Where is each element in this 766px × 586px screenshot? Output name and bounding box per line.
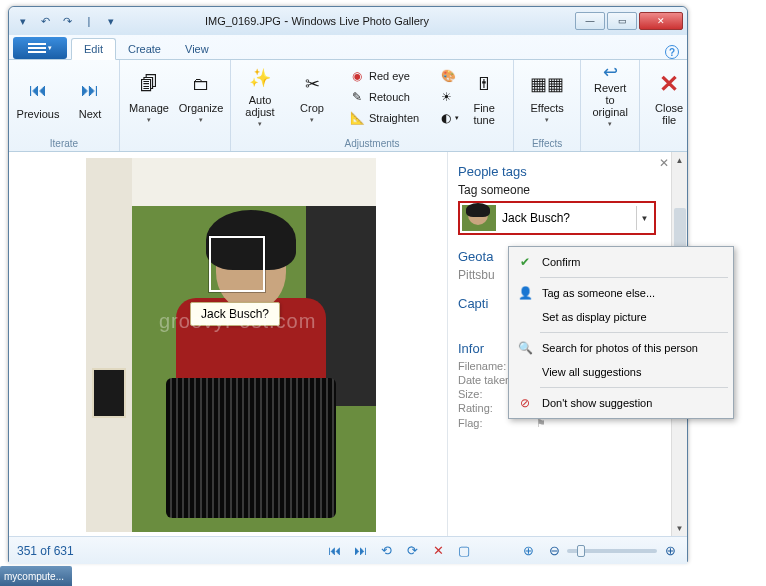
group-manage: 🗐Manage▾ 🗀Organize▾ xyxy=(120,60,231,151)
group-label: Adjustments xyxy=(345,136,400,149)
contrast-button[interactable]: ◐▾ xyxy=(437,108,451,128)
color-button[interactable]: 🎨 xyxy=(437,66,451,86)
tag-someone-link[interactable]: Tag someone xyxy=(458,183,679,197)
crop-icon: ✂ xyxy=(298,70,326,98)
check-icon: ✔ xyxy=(516,253,534,271)
qat-dropdown-icon[interactable]: ▾ xyxy=(101,11,121,31)
person-icon: 👤 xyxy=(516,284,534,302)
red-eye-button[interactable]: ◉Red eye xyxy=(345,66,423,86)
zoom-out-icon[interactable]: ⊖ xyxy=(545,542,563,560)
effects-button[interactable]: ▦▦Effects▾ xyxy=(520,64,574,132)
copy-icon: 🗐 xyxy=(135,70,163,98)
group-label xyxy=(668,136,671,149)
minimize-button[interactable]: — xyxy=(575,12,605,30)
revert-icon: ↩ xyxy=(596,66,624,78)
menu-separator xyxy=(540,387,728,388)
item-counter: 351 of 631 xyxy=(17,544,74,558)
zoom-slider[interactable] xyxy=(567,549,657,553)
folder-icon: 🗀 xyxy=(187,70,215,98)
window-title: IMG_0169.JPG - Windows Live Photo Galler… xyxy=(121,14,573,28)
next-button[interactable]: ⏭Next xyxy=(67,64,113,132)
group-adjustments: ✨Auto adjust▾ ✂Crop▾ ◉Red eye ✎Retouch 📐… xyxy=(231,60,514,151)
ruler-icon: 📐 xyxy=(349,110,365,126)
maximize-button[interactable]: ▭ xyxy=(607,12,637,30)
slideshow-icon[interactable]: ▢ xyxy=(455,542,473,560)
panel-close-icon[interactable]: ✕ xyxy=(659,156,669,170)
menu-tag-else[interactable]: 👤Tag as someone else... xyxy=(512,281,730,305)
scroll-up-icon[interactable]: ▲ xyxy=(672,152,687,168)
fine-tune-button[interactable]: 🎚Fine tune xyxy=(461,64,507,132)
ribbon-tabs: ▾ Edit Create View ? xyxy=(9,35,687,59)
scroll-thumb[interactable] xyxy=(674,208,686,248)
zoom-in-icon[interactable]: ⊕ xyxy=(661,542,679,560)
skip-back-icon: ⏮ xyxy=(24,76,52,104)
delete-icon[interactable]: ✕ xyxy=(429,542,447,560)
tab-edit[interactable]: Edit xyxy=(71,38,116,60)
contrast-icon: ◐ xyxy=(441,110,451,126)
adjust-small-buttons: ◉Red eye ✎Retouch 📐Straighten xyxy=(341,64,427,132)
redo-icon[interactable]: ↷ xyxy=(57,11,77,31)
app-menu-button[interactable]: ▾ xyxy=(13,37,67,59)
sun-icon: ☀ xyxy=(441,89,452,105)
photo-image: Jack Busch? xyxy=(86,158,376,532)
menu-confirm[interactable]: ✔Confirm xyxy=(512,250,730,274)
menu-separator xyxy=(540,277,728,278)
titlebar: ▾ ↶ ↷ | ▾ IMG_0169.JPG - Windows Live Ph… xyxy=(9,7,687,35)
close-file-button[interactable]: ✕Close file xyxy=(646,64,692,132)
group-effects: ▦▦Effects▾ Effects xyxy=(514,60,581,151)
tag-thumbnail xyxy=(462,205,496,231)
group-label: Iterate xyxy=(50,136,78,149)
photo-viewport: Jack Busch? groovyPost.com xyxy=(9,152,447,536)
previous-button[interactable]: ⏮Previous xyxy=(15,64,61,132)
retouch-button[interactable]: ✎Retouch xyxy=(345,87,423,107)
rotate-right-icon[interactable]: ⟳ xyxy=(403,542,421,560)
group-label xyxy=(609,136,612,149)
last-icon[interactable]: ⏭ xyxy=(351,542,369,560)
organize-button[interactable]: 🗀Organize▾ xyxy=(178,64,224,132)
scroll-down-icon[interactable]: ▼ xyxy=(672,520,687,536)
statusbar: 351 of 631 ⏮ ⏭ ⟲ ⟳ ✕ ▢ ⊕ ⊖ ⊕ xyxy=(9,536,687,564)
help-icon[interactable]: ? xyxy=(665,45,679,59)
tab-create[interactable]: Create xyxy=(116,39,173,59)
close-button[interactable]: ✕ xyxy=(639,12,683,30)
eye-icon: ◉ xyxy=(349,68,365,84)
rotate-left-icon[interactable]: ⟲ xyxy=(377,542,395,560)
people-tags-heading: People tags xyxy=(458,164,679,179)
menu-search[interactable]: 🔍Search for photos of this person xyxy=(512,336,730,360)
face-detection-box[interactable] xyxy=(209,236,265,292)
qat-menu-icon[interactable]: ▾ xyxy=(13,11,33,31)
first-icon[interactable]: ⏮ xyxy=(325,542,343,560)
tag-dropdown-button[interactable]: ▼ xyxy=(636,206,652,230)
tab-view[interactable]: View xyxy=(173,39,221,59)
taskbar-button[interactable]: mycompute... xyxy=(0,566,72,586)
tag-context-menu: ✔Confirm 👤Tag as someone else... Set as … xyxy=(508,246,734,419)
group-close: ✕Close file xyxy=(640,60,698,151)
cancel-icon: ⊘ xyxy=(516,394,534,412)
face-tag-tooltip[interactable]: Jack Busch? xyxy=(190,302,280,326)
brush-icon: ✎ xyxy=(349,89,365,105)
group-label: Effects xyxy=(532,136,562,149)
straighten-button[interactable]: 📐Straighten xyxy=(345,108,423,128)
revert-button[interactable]: ↩Revert to original▾ xyxy=(587,64,633,132)
auto-adjust-button[interactable]: ✨Auto adjust▾ xyxy=(237,64,283,132)
palette-icon: 🎨 xyxy=(441,68,456,84)
x-icon: ✕ xyxy=(655,70,683,98)
window-controls: — ▭ ✕ xyxy=(573,12,683,30)
zoom-knob[interactable] xyxy=(577,545,585,557)
qat-sep-icon: | xyxy=(79,11,99,31)
wand-icon: ✨ xyxy=(246,66,274,90)
group-label xyxy=(174,136,177,149)
undo-icon[interactable]: ↶ xyxy=(35,11,55,31)
manage-button[interactable]: 🗐Manage▾ xyxy=(126,64,172,132)
person-tag-suggestion[interactable]: Jack Busch? ▼ xyxy=(458,201,656,235)
group-revert: ↩Revert to original▾ xyxy=(581,60,640,151)
ribbon-body: ⏮Previous ⏭Next Iterate 🗐Manage▾ 🗀Organi… xyxy=(9,59,687,151)
ribbon: ▾ Edit Create View ? ⏮Previous ⏭Next Ite… xyxy=(9,35,687,152)
fit-icon[interactable]: ⊕ xyxy=(519,542,537,560)
menu-set-display[interactable]: Set as display picture xyxy=(512,305,730,329)
sliders-icon: 🎚 xyxy=(470,70,498,98)
crop-button[interactable]: ✂Crop▾ xyxy=(289,64,335,132)
exposure-button[interactable]: ☀ xyxy=(437,87,451,107)
menu-view-all[interactable]: View all suggestions xyxy=(512,360,730,384)
menu-dont-show[interactable]: ⊘Don't show suggestion xyxy=(512,391,730,415)
